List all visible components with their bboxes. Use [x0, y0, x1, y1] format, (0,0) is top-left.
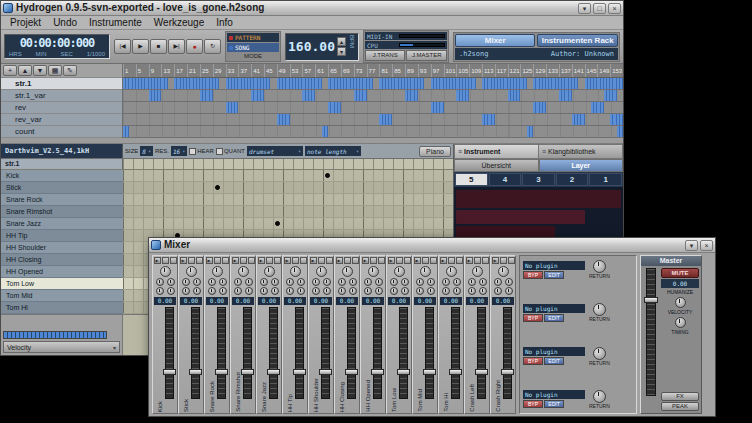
volume-fader[interactable]	[321, 307, 330, 399]
fader-handle[interactable]	[423, 369, 436, 375]
fader-handle[interactable]	[371, 369, 384, 375]
instrument-row[interactable]: Tom Hi	[1, 302, 123, 314]
fx-send-knob[interactable]	[416, 287, 424, 295]
volume-fader[interactable]	[399, 307, 408, 399]
forward-button[interactable]: ▶|	[168, 39, 185, 54]
solo-button[interactable]	[222, 257, 229, 264]
instrument-row[interactable]: Tom Mid	[1, 290, 123, 302]
fx-send-knob[interactable]	[156, 287, 164, 295]
play-sample-button[interactable]: ▶	[388, 257, 395, 264]
note[interactable]	[215, 185, 220, 190]
resolution-select[interactable]: 16▾	[171, 146, 187, 156]
pan-knob[interactable]	[394, 266, 405, 277]
fx-send-knob[interactable]	[364, 287, 372, 295]
fx-name-display[interactable]: No plugin	[523, 390, 585, 399]
fx-send-knob[interactable]	[375, 278, 383, 286]
play-sample-button[interactable]: ▶	[180, 257, 187, 264]
pattern-list-item[interactable]: rev	[1, 102, 122, 114]
play-sample-button[interactable]: ▶	[336, 257, 343, 264]
fx-send-knob[interactable]	[364, 278, 372, 286]
solo-button[interactable]	[404, 257, 411, 264]
fx-send-knob[interactable]	[234, 278, 242, 286]
mute-button[interactable]	[422, 257, 429, 264]
pattern-list-item[interactable]: count	[1, 126, 122, 138]
fx-send-knob[interactable]	[505, 278, 513, 286]
fx-bypass-button[interactable]: BYP	[523, 400, 543, 408]
fader-handle[interactable]	[345, 369, 358, 375]
menu-projekt[interactable]: Projekt	[4, 16, 47, 29]
piano-roll-button[interactable]: Piano	[419, 146, 451, 157]
fader-handle[interactable]	[215, 369, 228, 375]
fx-edit-button[interactable]: EDIT	[544, 400, 564, 408]
tab-soundlibrary[interactable]: ≡ Klangbibliothek	[539, 144, 623, 159]
volume-fader[interactable]	[373, 307, 382, 399]
fx-return-knob[interactable]	[593, 347, 606, 360]
fader-handle[interactable]	[475, 369, 488, 375]
record-button[interactable]: ●	[186, 39, 203, 54]
fx-name-display[interactable]: No plugin	[523, 261, 585, 270]
tab-instrument[interactable]: ≡ Instrument	[454, 144, 539, 159]
pattern-list-item[interactable]: str.1	[1, 78, 122, 90]
fx-send-knob[interactable]	[271, 278, 279, 286]
play-sample-button[interactable]: ▶	[154, 257, 161, 264]
stop-button[interactable]: ■	[150, 39, 167, 54]
show-fx-button[interactable]: FX	[661, 392, 699, 401]
pattern-mode-button[interactable]: PATTERN	[227, 33, 279, 42]
fx-name-display[interactable]: No plugin	[523, 304, 585, 313]
instrument-row[interactable]: Stick	[1, 182, 123, 194]
move-pattern-up-button[interactable]: ▲	[18, 65, 32, 76]
humanize-velocity-knob[interactable]	[675, 297, 686, 308]
layer-button[interactable]: 4	[489, 173, 522, 186]
bpm-up-button[interactable]: ▴	[337, 37, 346, 46]
volume-fader[interactable]	[217, 307, 226, 399]
fx-send-knob[interactable]	[453, 287, 461, 295]
volume-fader[interactable]	[347, 307, 356, 399]
solo-button[interactable]	[378, 257, 385, 264]
pan-knob[interactable]	[472, 266, 483, 277]
fx-send-knob[interactable]	[442, 287, 450, 295]
fx-send-knob[interactable]	[208, 278, 216, 286]
fx-send-knob[interactable]	[494, 287, 502, 295]
pan-knob[interactable]	[420, 266, 431, 277]
pattern-grid-row[interactable]	[123, 194, 453, 206]
mixer-close-button[interactable]: ×	[700, 240, 713, 251]
show-peaks-button[interactable]: PEAK	[661, 402, 699, 411]
maximize-button[interactable]: □	[593, 3, 606, 14]
fx-send-knob[interactable]	[156, 278, 164, 286]
pan-knob[interactable]	[342, 266, 353, 277]
play-sample-button[interactable]: ▶	[492, 257, 499, 264]
volume-fader[interactable]	[295, 307, 304, 399]
pan-knob[interactable]	[316, 266, 327, 277]
solo-button[interactable]	[430, 257, 437, 264]
solo-button[interactable]	[196, 257, 203, 264]
fader-handle[interactable]	[501, 369, 514, 375]
solo-button[interactable]	[274, 257, 281, 264]
fx-send-knob[interactable]	[401, 278, 409, 286]
fx-send-knob[interactable]	[245, 287, 253, 295]
fx-edit-button[interactable]: EDIT	[544, 271, 564, 279]
song-grid-cell[interactable]	[620, 102, 623, 113]
song-grid-cell[interactable]	[620, 90, 623, 101]
fx-send-knob[interactable]	[479, 287, 487, 295]
fx-return-knob[interactable]	[593, 260, 606, 273]
fader-handle[interactable]	[189, 369, 202, 375]
fx-send-knob[interactable]	[390, 287, 398, 295]
fx-send-knob[interactable]	[167, 278, 175, 286]
fx-return-knob[interactable]	[593, 390, 606, 403]
master-mute-button[interactable]: MUTE	[661, 268, 699, 278]
fx-send-knob[interactable]	[416, 278, 424, 286]
menu-undo[interactable]: Undo	[47, 16, 83, 29]
volume-fader[interactable]	[243, 307, 252, 399]
bpm-display[interactable]: 160.00	[288, 35, 335, 59]
fx-send-knob[interactable]	[312, 278, 320, 286]
fx-send-knob[interactable]	[260, 287, 268, 295]
fx-send-knob[interactable]	[219, 278, 227, 286]
jack-transport-button[interactable]: J.TRANS	[365, 50, 406, 61]
note-property-select[interactable]: Velocity ▾	[3, 341, 120, 353]
fader-handle[interactable]	[241, 369, 254, 375]
fx-send-knob[interactable]	[182, 287, 190, 295]
mute-button[interactable]	[344, 257, 351, 264]
play-sample-button[interactable]: ▶	[206, 257, 213, 264]
volume-fader[interactable]	[477, 307, 486, 399]
instrument-row[interactable]: Snare Rock	[1, 194, 123, 206]
